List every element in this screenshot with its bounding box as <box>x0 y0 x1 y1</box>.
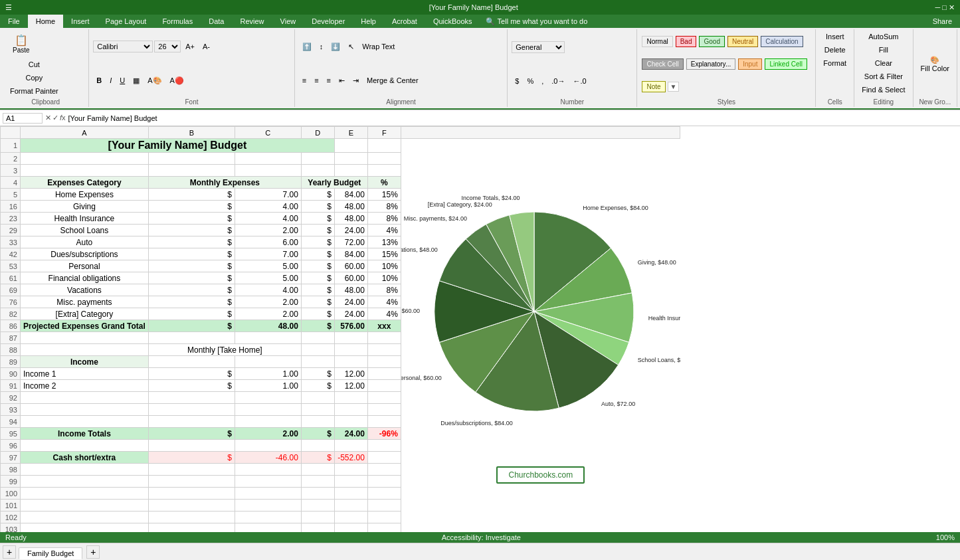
tab-quickbooks[interactable]: QuickBooks <box>425 15 480 28</box>
cell-home-monthly-sign[interactable]: $ <box>148 189 235 201</box>
header-monthly[interactable]: Monthly Expenses <box>148 177 301 189</box>
style-calculation[interactable]: Calculation <box>761 36 803 47</box>
decrease-indent-button[interactable]: ⇤ <box>336 74 348 87</box>
sort-filter-button[interactable]: Sort & Filter <box>861 70 906 82</box>
decrease-decimal-button[interactable]: ←.0 <box>569 75 589 87</box>
style-linked-cell[interactable]: Linked Cell <box>765 58 807 70</box>
align-top-button[interactable]: ⬆️ <box>299 41 315 53</box>
confirm-formula-icon[interactable]: ✓ <box>52 114 58 122</box>
col-header-d[interactable]: D <box>301 127 334 139</box>
formula-input[interactable] <box>68 114 957 122</box>
cell-extra-category[interactable]: [Extra] Category <box>21 308 149 320</box>
cell-personal[interactable]: Personal <box>21 260 149 272</box>
clear-button[interactable]: Clear <box>872 57 896 69</box>
cell-d2[interactable] <box>301 153 334 165</box>
header-yearly[interactable]: Yearly Budget <box>301 177 367 189</box>
comma-button[interactable]: , <box>538 75 547 87</box>
font-name-select[interactable]: Calibri <box>93 41 153 52</box>
cell-auto[interactable]: Auto <box>21 236 149 248</box>
cell-giving[interactable]: Giving <box>21 201 149 213</box>
cell-home-yearly[interactable]: 84.00 <box>334 189 367 201</box>
tab-review[interactable]: Review <box>232 15 272 28</box>
fill-color-group-button[interactable]: 🎨 Fill Color <box>917 54 953 74</box>
align-bottom-button[interactable]: ⬇️ <box>328 41 343 53</box>
align-middle-button[interactable]: ↕️ <box>316 41 327 53</box>
cell-e3[interactable] <box>334 165 367 177</box>
cell-financial-obligations[interactable]: Financial obligations <box>21 272 149 284</box>
cell-a2[interactable] <box>21 153 149 165</box>
col-header-a[interactable]: A <box>21 127 149 139</box>
header-category[interactable]: Expenses Category <box>21 177 149 189</box>
dollar-button[interactable]: $ <box>512 75 522 87</box>
cell-income2[interactable]: Income 2 <box>21 380 149 392</box>
style-check-cell[interactable]: Check Cell <box>642 58 683 70</box>
tell-me-box[interactable]: Tell me what you want to do <box>498 17 588 25</box>
sheet-tab-family-budget[interactable]: Family Budget <box>19 547 82 559</box>
spreadsheet-area[interactable]: A B C D E F 1 [Your Family Name] Budget <box>0 126 960 560</box>
tab-developer[interactable]: Developer <box>304 15 353 28</box>
col-header-b[interactable]: B <box>148 127 235 139</box>
cell-e1[interactable] <box>334 139 367 153</box>
delete-button[interactable]: Delete <box>821 44 849 56</box>
tab-help[interactable]: Help <box>353 15 384 28</box>
insert-button[interactable]: Insert <box>822 31 848 43</box>
col-header-f[interactable]: F <box>367 127 401 139</box>
wrap-text-button[interactable]: Wrap Text <box>359 41 398 53</box>
cell-home-monthly[interactable]: 7.00 <box>235 189 301 201</box>
copy-button[interactable]: Copy <box>7 72 62 84</box>
tab-view[interactable]: View <box>272 15 304 28</box>
cell-dues[interactable]: Dues/subscriptions <box>21 248 149 260</box>
tab-insert[interactable]: Insert <box>63 15 98 28</box>
cell-a3[interactable] <box>21 165 149 177</box>
decrease-font-button[interactable]: A- <box>199 41 213 52</box>
cell-home-yearly-sign[interactable]: $ <box>301 189 334 201</box>
style-good[interactable]: Good <box>699 36 724 47</box>
cell-cash-label[interactable]: Cash short/extra <box>21 452 149 464</box>
underline-button[interactable]: U <box>116 74 128 86</box>
cell-f3[interactable] <box>367 165 401 177</box>
fill-button[interactable]: Fill <box>876 44 892 56</box>
format-painter-button[interactable]: Format Painter <box>7 85 62 97</box>
cell-misc-payments[interactable]: Misc. payments <box>21 296 149 308</box>
merge-center-button[interactable]: Merge & Center <box>363 74 422 87</box>
cell-e2[interactable] <box>334 153 367 165</box>
cell-f1[interactable] <box>367 139 401 153</box>
styles-expand-button[interactable]: ▼ <box>668 82 680 92</box>
style-input[interactable]: Input <box>738 58 762 70</box>
add-sheet-button[interactable]: + <box>3 545 16 559</box>
cell-income-totals-label[interactable]: Income Totals <box>21 428 149 440</box>
cell-b3[interactable] <box>148 165 235 177</box>
window-controls[interactable]: ─ □ ✕ <box>935 3 955 12</box>
style-explanatory[interactable]: Explanatory... <box>686 58 735 70</box>
cell-d3[interactable] <box>301 165 334 177</box>
style-bad[interactable]: Bad <box>676 36 697 47</box>
add-sheet-tab-button[interactable]: + <box>86 545 100 559</box>
share-button[interactable]: Share <box>925 15 960 28</box>
zoom-controls[interactable]: 100% <box>936 533 955 541</box>
text-direction-button[interactable]: ↖ <box>345 41 357 53</box>
autosum-button[interactable]: AutoSum <box>865 31 902 43</box>
insert-function-icon[interactable]: fx <box>60 114 66 122</box>
tab-file[interactable]: File <box>0 15 28 28</box>
name-box[interactable] <box>3 113 43 124</box>
cell-home-expenses[interactable]: Home Expenses <box>21 189 149 201</box>
cell-monthly-take-home[interactable]: Monthly [Take Home] <box>148 344 301 356</box>
col-header-g-plus[interactable] <box>401 127 680 139</box>
cell-income-header[interactable]: Income <box>21 356 149 368</box>
percent-button[interactable]: % <box>524 75 537 87</box>
bold-button[interactable]: B <box>93 74 105 86</box>
cell-income-totals-percent[interactable]: -96% <box>367 428 401 440</box>
col-header-c[interactable]: C <box>235 127 301 139</box>
cell-b2[interactable] <box>148 153 235 165</box>
number-format-select[interactable]: General <box>512 41 565 53</box>
find-select-button[interactable]: Find & Select <box>858 84 908 96</box>
border-button[interactable]: ▦ <box>130 74 143 87</box>
tab-acrobat[interactable]: Acrobat <box>384 15 425 28</box>
cell-school-loans[interactable]: School Loans <box>21 225 149 236</box>
fill-color-button[interactable]: A🎨 <box>144 74 165 87</box>
align-center-button[interactable]: ≡ <box>311 74 322 87</box>
increase-indent-button[interactable]: ⇥ <box>349 74 362 87</box>
header-percent[interactable]: % <box>367 177 401 189</box>
tab-home[interactable]: Home <box>28 15 63 28</box>
cut-button[interactable]: Cut <box>7 58 62 70</box>
